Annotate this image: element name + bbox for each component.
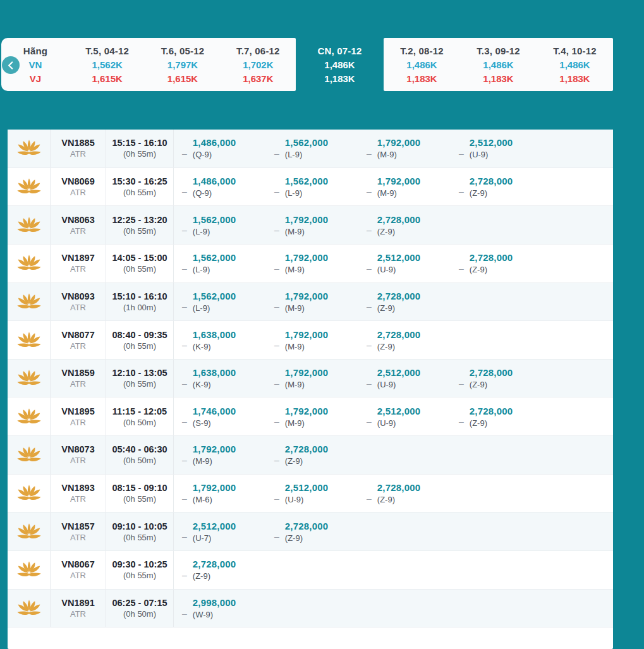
fare-option[interactable]: –1,562,000(L-9) xyxy=(174,245,266,282)
date-tab-cn-07-12[interactable]: CN, 07-121,486K1,183K xyxy=(296,38,384,91)
fare-option[interactable]: –2,728,000(Z-9) xyxy=(358,283,451,321)
vj-price: 1,615K xyxy=(92,73,122,84)
flight-row[interactable]: VN8067ATR09:30 - 10:25(0h 55m)–2,728,000… xyxy=(8,551,613,590)
flight-duration: (0h 55m) xyxy=(123,571,156,580)
flight-row[interactable]: VN1897ATR14:05 - 15:00(0h 55m)–1,562,000… xyxy=(8,245,613,283)
fare-stack: 2,728,000(Z-9) xyxy=(285,443,329,466)
flight-row[interactable]: VN8069ATR15:30 - 16:25(0h 55m)–1,486,000… xyxy=(8,168,613,207)
flight-row[interactable]: VN1859ATR12:10 - 13:05(0h 55m)–1,638,000… xyxy=(8,360,613,398)
departure-arrival-time: 08:15 - 09:10 xyxy=(112,483,167,493)
fare-option[interactable]: –1,486,000(Q-9) xyxy=(174,168,266,206)
date-tab-t-3-09-12[interactable]: T.3, 09-121,486K1,183K xyxy=(460,38,537,91)
flight-row[interactable]: VN1895ATR11:15 - 12:05(0h 50m)–1,746,000… xyxy=(8,397,613,436)
fare-option[interactable]: –2,512,000(U-9) xyxy=(358,245,451,282)
fare-option[interactable]: –2,728,000(Z-9) xyxy=(451,397,543,435)
fare-class-label: (U-9) xyxy=(377,418,421,428)
fare-stack: 1,792,000(M-9) xyxy=(285,329,329,352)
time-cell: 05:40 - 06:30(0h 50m) xyxy=(106,436,174,474)
fare-option[interactable]: –1,562,000(L-9) xyxy=(266,130,358,167)
fare-option[interactable]: –2,728,000(Z-9) xyxy=(174,551,266,589)
fare-option[interactable]: –2,728,000(Z-9) xyxy=(266,513,358,550)
flight-info-cell: VN8067ATR xyxy=(51,551,106,589)
date-tab-t-2-08-12[interactable]: T.2, 08-121,486K1,183K xyxy=(384,38,460,91)
fare-option[interactable]: –2,512,000(U-9) xyxy=(358,360,451,397)
vietnam-airlines-lotus-icon xyxy=(16,368,42,388)
date-tab-t-7-06-12[interactable]: T.7, 06-121,702K1,637K xyxy=(221,38,296,91)
fare-dash: – xyxy=(182,225,187,235)
flight-duration: (1h 00m) xyxy=(123,303,156,312)
fare-option[interactable]: –1,792,000(M-9) xyxy=(358,130,451,167)
flight-row[interactable]: VN1893ATR08:15 - 09:10(0h 55m)–1,792,000… xyxy=(8,475,613,513)
flight-info-cell: VN8073ATR xyxy=(51,436,106,474)
airline-logo-cell xyxy=(8,360,51,397)
fare-dash: – xyxy=(459,186,464,197)
fare-price: 1,792,000 xyxy=(285,329,329,341)
fare-option[interactable]: –2,728,000(Z-9) xyxy=(266,436,358,474)
flight-row[interactable]: VN8077ATR08:40 - 09:35(0h 55m)–1,638,000… xyxy=(8,321,613,360)
fare-option[interactable]: –1,562,000(L-9) xyxy=(174,283,266,321)
vietnam-airlines-lotus-icon xyxy=(16,483,42,503)
fare-option[interactable]: –2,728,000(Z-9) xyxy=(358,206,451,244)
flight-row[interactable]: VN1885ATR15:15 - 16:10(0h 55m)–1,486,000… xyxy=(8,130,613,168)
fare-option[interactable]: –2,512,000(U-9) xyxy=(451,130,543,167)
fare-option[interactable]: –2,728,000(Z-9) xyxy=(358,475,451,513)
flight-row[interactable]: VN8063ATR12:25 - 13:20(0h 55m)–1,562,000… xyxy=(8,206,613,245)
fare-option[interactable]: –2,512,000(U-9) xyxy=(358,397,451,435)
fare-option[interactable]: –2,728,000(Z-9) xyxy=(451,168,543,206)
fare-option[interactable]: –2,998,000(W-9) xyxy=(174,590,266,628)
date-tab-t-6-05-12[interactable]: T.6, 05-121,797K1,615K xyxy=(145,38,220,91)
fare-option[interactable]: –2,728,000(Z-9) xyxy=(358,321,451,359)
fare-price: 1,486,000 xyxy=(193,175,236,187)
previous-dates-button[interactable] xyxy=(2,56,20,74)
fare-price: 2,728,000 xyxy=(470,175,513,187)
fare-stack: 1,792,000(M-9) xyxy=(377,175,421,198)
fare-option[interactable]: –2,512,000(U-7) xyxy=(174,513,266,550)
fare-option[interactable]: –1,792,000(M-9) xyxy=(266,397,358,435)
fare-option[interactable]: –1,792,000(M-9) xyxy=(266,283,358,321)
fare-option[interactable]: –1,792,000(M-6) xyxy=(174,475,266,513)
flight-row[interactable]: VN8073ATR05:40 - 06:30(0h 50m)–1,792,000… xyxy=(8,436,613,475)
airline-logo-cell xyxy=(8,168,51,206)
date-tab-t-5-04-12[interactable]: T.5, 04-121,562K1,615K xyxy=(70,38,145,91)
fare-price: 1,792,000 xyxy=(285,367,329,379)
fare-class-label: (U-9) xyxy=(470,150,513,160)
fare-option[interactable]: –1,792,000(M-9) xyxy=(174,436,266,474)
fare-option[interactable]: –1,746,000(S-9) xyxy=(174,397,266,435)
airline-logo-cell xyxy=(8,245,51,282)
fare-class-label: (W-9) xyxy=(193,610,236,620)
fare-price: 2,728,000 xyxy=(470,405,513,417)
fare-option[interactable]: –1,792,000(M-9) xyxy=(358,168,451,206)
fare-option[interactable]: –1,562,000(L-9) xyxy=(174,206,266,244)
fare-option[interactable]: –2,512,000(U-9) xyxy=(266,475,358,513)
flight-number: VN1893 xyxy=(61,483,94,493)
flight-row[interactable]: VN8093ATR15:10 - 16:10(1h 00m)–1,562,000… xyxy=(8,283,613,322)
fare-option[interactable]: –1,792,000(M-9) xyxy=(266,360,358,397)
fare-stack: 1,792,000(M-9) xyxy=(285,405,329,428)
date-tabs-right-card: T.2, 08-121,486K1,183KT.3, 09-121,486K1,… xyxy=(384,38,613,91)
fare-price: 1,792,000 xyxy=(377,175,421,187)
date-tabs-selected-zone: CN, 07-121,486K1,183K xyxy=(296,38,384,91)
fare-option[interactable]: –2,728,000(Z-9) xyxy=(451,245,543,282)
fare-dash: – xyxy=(367,186,372,197)
fare-option[interactable]: –1,792,000(M-9) xyxy=(266,245,358,282)
fare-option[interactable]: –2,728,000(Z-9) xyxy=(451,360,543,397)
fare-option[interactable]: –1,638,000(K-9) xyxy=(174,360,266,397)
date-tab-t-4-10-12[interactable]: T.4, 10-121,486K1,183K xyxy=(537,38,613,91)
fare-option[interactable]: –1,792,000(M-9) xyxy=(266,206,358,244)
fare-stack: 1,638,000(K-9) xyxy=(193,367,236,390)
fare-stack: 1,792,000(M-9) xyxy=(285,367,329,390)
fare-dash: – xyxy=(367,149,372,159)
fare-option[interactable]: –1,486,000(Q-9) xyxy=(174,130,266,167)
fare-stack: 2,512,000(U-7) xyxy=(193,520,236,543)
fare-option[interactable]: –1,792,000(M-9) xyxy=(266,321,358,359)
fare-stack: 2,512,000(U-9) xyxy=(470,136,513,160)
fare-dash: – xyxy=(274,340,279,350)
flight-row[interactable]: VN1891ATR06:25 - 07:15(0h 50m)–2,998,000… xyxy=(8,590,613,628)
fare-class-label: (U-9) xyxy=(377,380,421,390)
fare-option[interactable]: –1,562,000(L-9) xyxy=(266,168,358,206)
flight-row[interactable]: VN1857ATR09:10 - 10:05(0h 55m)–2,512,000… xyxy=(8,513,613,551)
fare-stack: 1,792,000(M-9) xyxy=(285,290,329,313)
fare-price: 2,728,000 xyxy=(377,214,421,226)
fare-option[interactable]: –1,638,000(K-9) xyxy=(174,321,266,359)
fare-price: 2,728,000 xyxy=(377,482,421,494)
